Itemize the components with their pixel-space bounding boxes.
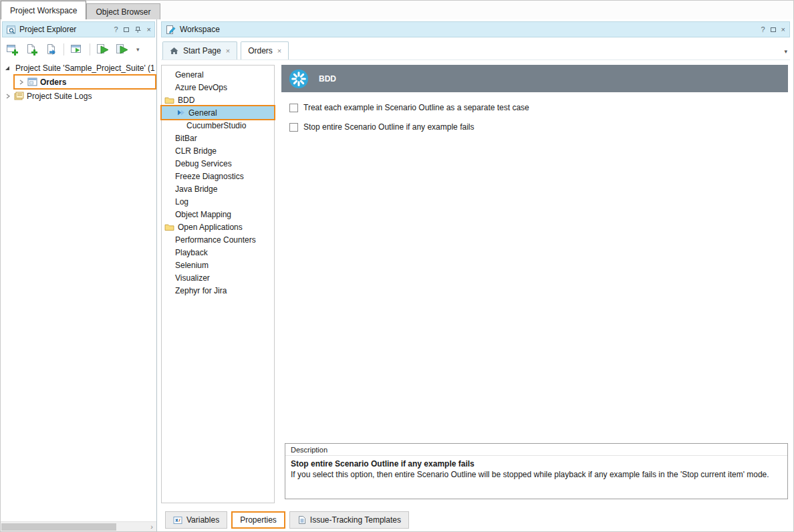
settings-item-label: BitBar (175, 134, 197, 143)
export-project-icon (44, 43, 58, 57)
selected-arrow-icon (177, 109, 185, 116)
settings-item-freeze-diagnostics[interactable]: Freeze Diagnostics (162, 170, 274, 182)
checkbox-stop-entire-outline[interactable] (289, 123, 298, 132)
run-project-icon (115, 43, 130, 57)
tab-project-workspace[interactable]: Project Workspace (1, 1, 86, 19)
project-explorer-title: Project Explorer (19, 25, 110, 34)
maximize-button[interactable] (124, 27, 129, 32)
settings-item-label: CucumberStudio (186, 121, 246, 130)
checkbox-label: Stop entire Scenario Outline if any exam… (303, 122, 474, 132)
run-project-button[interactable] (114, 41, 131, 58)
close-button[interactable]: × (781, 26, 785, 33)
toolbar-separator (63, 43, 64, 55)
tab-variables[interactable]: Variables (165, 511, 227, 529)
close-button[interactable]: × (147, 26, 151, 33)
add-project-suite-button[interactable] (3, 41, 21, 58)
tree-item-label: Project Suite 'Sample_Project_Suite' (1 … (15, 63, 157, 73)
settings-group-open-applications[interactable]: Open Applications (162, 221, 274, 233)
workspace-header: Workspace ? × (161, 21, 790, 37)
settings-item-log[interactable]: Log (162, 195, 274, 208)
option-stop-entire-outline: Stop entire Scenario Outline if any exam… (289, 122, 474, 132)
toolbar-options-arrow[interactable]: ▾ (134, 46, 142, 53)
settings-item-label: Azure DevOps (175, 83, 227, 92)
toolbar-separator (90, 43, 90, 55)
settings-item-label: Playback (175, 248, 208, 257)
expand-open-icon[interactable] (5, 65, 10, 71)
settings-item-java-bridge[interactable]: Java Bridge (162, 182, 274, 195)
expand-closed-icon[interactable] (18, 80, 25, 85)
export-project-button[interactable] (42, 41, 59, 58)
settings-item-azure-devops[interactable]: Azure DevOps (162, 81, 274, 94)
add-project-suite-icon (5, 43, 19, 57)
editor-bottom-tabs: Variables Properties Issue-Tracking Temp… (165, 511, 409, 529)
description-header: Description (285, 444, 787, 456)
settings-item-cucumberstudio[interactable]: CucumberStudio (162, 119, 274, 132)
settings-item-label: Zephyr for Jira (175, 286, 227, 295)
settings-item-performance-counters[interactable]: Performance Counters (162, 233, 274, 246)
settings-group-bdd[interactable]: BDD (162, 94, 274, 106)
tab-label: Issue-Tracking Templates (310, 515, 401, 525)
record-test-icon (70, 43, 84, 57)
doc-tab-label: Start Page (183, 46, 221, 55)
settings-item-label: Freeze Diagnostics (175, 172, 244, 181)
tab-issue-tracking-templates[interactable]: Issue-Tracking Templates (289, 511, 409, 529)
help-button[interactable]: ? (761, 26, 765, 33)
settings-item-label: Performance Counters (175, 235, 256, 245)
maximize-button[interactable] (771, 27, 776, 32)
project-tree: Project Suite 'Sample_Project_Suite' (1 … (1, 61, 156, 103)
tab-object-browser-label: Object Browser (96, 7, 150, 17)
project-icon (27, 78, 37, 86)
workspace-title: Workspace (180, 25, 757, 34)
settings-item-label: BDD (178, 96, 194, 105)
settings-item-general[interactable]: General (162, 68, 274, 81)
record-test-button[interactable] (68, 41, 86, 58)
properties-category-list: General Azure DevOps BDD General Cucumbe… (161, 65, 275, 503)
tree-item-orders[interactable]: Orders (1, 75, 156, 89)
checkbox-treat-each-example[interactable] (289, 104, 298, 112)
variables-icon (173, 516, 182, 525)
doc-tab-orders[interactable]: Orders × (241, 41, 289, 59)
tab-properties[interactable]: Properties (231, 511, 285, 529)
settings-item-zephyr-for-jira[interactable]: Zephyr for Jira (162, 284, 274, 297)
settings-item-bitbar[interactable]: BitBar (162, 132, 274, 144)
tree-item-project-suite[interactable]: Project Suite 'Sample_Project_Suite' (1 … (1, 61, 156, 75)
settings-item-playback[interactable]: Playback (162, 246, 274, 259)
settings-item-label: General (188, 108, 217, 118)
settings-item-debug-services[interactable]: Debug Services (162, 157, 274, 170)
help-button[interactable]: ? (114, 26, 118, 33)
folder-icon (164, 223, 174, 231)
settings-item-label: Open Applications (178, 223, 243, 232)
close-tab-icon[interactable]: × (226, 47, 230, 55)
add-project-item-button[interactable] (23, 41, 40, 58)
bdd-section-title: BDD (319, 74, 336, 84)
project-explorer-panel: Project Explorer ? × (1, 19, 157, 531)
settings-item-visualizer[interactable]: Visualizer (162, 271, 274, 284)
run-project-suite-icon (96, 43, 110, 57)
close-tab-icon[interactable]: × (277, 47, 281, 55)
settings-item-bdd-general[interactable]: General (162, 106, 274, 119)
doc-tab-label: Orders (248, 46, 273, 55)
run-project-suite-button[interactable] (94, 41, 112, 58)
workspace-panel: Workspace ? × Start Page × Orders × ▾ (157, 19, 793, 531)
scrollbar-thumb[interactable] (1, 523, 116, 531)
doc-tab-start-page[interactable]: Start Page × (162, 41, 237, 59)
settings-item-label: Object Mapping (175, 210, 231, 219)
checkbox-label: Treat each example in Scenario Outline a… (303, 103, 529, 112)
expand-closed-icon[interactable] (5, 94, 11, 99)
tab-object-browser[interactable]: Object Browser (86, 3, 160, 19)
horizontal-scrollbar[interactable]: › (1, 521, 156, 531)
settings-item-label: Log (175, 197, 188, 207)
tree-item-project-suite-logs[interactable]: Project Suite Logs (1, 89, 156, 103)
settings-item-object-mapping[interactable]: Object Mapping (162, 208, 274, 221)
scroll-right-arrow[interactable]: › (150, 522, 153, 531)
settings-item-label: CLR Bridge (175, 146, 217, 156)
project-explorer-icon (6, 25, 16, 35)
pin-button[interactable] (134, 26, 142, 33)
tab-list-dropdown-arrow[interactable]: ▾ (784, 48, 787, 55)
main-view-tabs: Project Workspace Object Browser (1, 1, 793, 19)
settings-item-clr-bridge[interactable]: CLR Bridge (162, 144, 274, 157)
description-panel: Description Stop entire Scenario Outline… (285, 443, 788, 499)
settings-item-selenium[interactable]: Selenium (162, 259, 274, 271)
document-tabs: Start Page × Orders × ▾ (161, 39, 790, 60)
tab-label: Properties (240, 515, 277, 525)
